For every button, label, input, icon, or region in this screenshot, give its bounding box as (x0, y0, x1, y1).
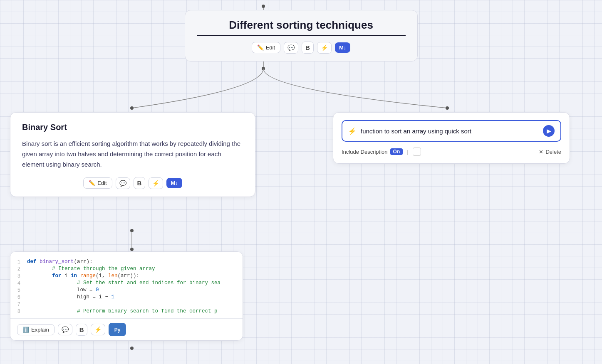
line-number: 2 (10, 266, 27, 272)
code-python-button[interactable]: Py (109, 323, 126, 336)
svg-point-4 (446, 106, 449, 110)
code-line-4: 4 # Set the start and end indices for bi… (10, 280, 243, 287)
pencil-icon: ✏️ (89, 180, 95, 186)
svg-point-3 (130, 106, 134, 110)
root-edit-button[interactable]: ✏️ Edit (252, 42, 280, 53)
bold-icon: B (305, 44, 310, 51)
svg-point-6 (130, 229, 134, 232)
comment-icon: 💬 (119, 180, 126, 187)
line-number: 4 (10, 280, 27, 286)
python-icon: Py (113, 325, 122, 334)
binary-sort-lightning-button[interactable]: ⚡ (149, 177, 163, 189)
send-icon: ▶ (547, 128, 551, 134)
line-number: 5 (10, 287, 27, 293)
code-line-6: 6 high = i − 1 (10, 294, 243, 301)
lightning-icon: ⚡ (94, 326, 102, 333)
binary-sort-comment-button[interactable]: 💬 (116, 177, 130, 189)
code-line-2: 2 # Iterate through the given array (10, 266, 243, 273)
code-comment-button[interactable]: 💬 (58, 324, 72, 335)
toggle-divider: | (407, 149, 408, 155)
binary-sort-title: Binary Sort (22, 123, 243, 132)
toggle-on-badge[interactable]: On (390, 148, 403, 155)
line-number: 7 (10, 301, 27, 307)
root-comment-button[interactable]: 💬 (284, 42, 298, 54)
explain-button[interactable]: ℹ️ Explain (17, 324, 55, 335)
code-line-8: 8 # Perform binary search to find the co… (10, 308, 243, 315)
lightning-icon: ⚡ (152, 180, 159, 187)
code-line-3: 3 for i in range(1, len(arr)): (10, 273, 243, 280)
root-lightning-button[interactable]: ⚡ (317, 42, 332, 54)
quick-sort-node: ⚡ ▶ Include Description On | ✕ Delete (333, 112, 570, 164)
code-toolbar: ℹ️ Explain 💬 B ⚡ Py (10, 318, 243, 340)
comment-icon: 💬 (62, 326, 69, 333)
code-block: 1 def binary_sort(arr): 2 # Iterate thro… (10, 252, 243, 318)
quick-sort-input-row: ⚡ ▶ (342, 120, 561, 142)
line-number: 6 (10, 294, 27, 300)
close-icon: ✕ (539, 149, 543, 155)
svg-text:Py: Py (114, 327, 121, 333)
root-bold-button[interactable]: B (302, 42, 314, 54)
line-number: 3 (10, 273, 27, 279)
root-toolbar: ✏️ Edit 💬 B ⚡ M↓ (197, 42, 406, 54)
root-node: Different sorting techniques ✏️ Edit 💬 B… (185, 10, 418, 61)
binary-sort-md-button[interactable]: M↓ (166, 178, 182, 188)
binary-sort-edit-button[interactable]: ✏️ Edit (83, 177, 112, 189)
quick-sort-footer: Include Description On | ✕ Delete (342, 148, 561, 156)
svg-point-1 (262, 5, 265, 8)
line-number: 8 (10, 308, 27, 315)
svg-point-7 (130, 248, 134, 251)
lightning-icon: ⚡ (348, 127, 357, 135)
delete-button[interactable]: ✕ Delete (539, 149, 561, 155)
code-line-1: 1 def binary_sort(arr): (10, 258, 243, 266)
binary-sort-bold-button[interactable]: B (134, 177, 146, 189)
include-description-label: Include Description (342, 149, 388, 155)
pencil-icon: ✏️ (257, 44, 264, 51)
svg-point-8 (130, 347, 134, 350)
code-bold-button[interactable]: B (76, 324, 88, 336)
root-md-button[interactable]: M↓ (335, 42, 350, 53)
code-line-5: 5 low = 0 (10, 287, 243, 294)
code-lightning-button[interactable]: ⚡ (91, 324, 105, 335)
code-line-7: 7 (10, 301, 243, 308)
toggle-checkbox[interactable] (413, 148, 421, 156)
comment-icon: 💬 (287, 44, 295, 51)
info-icon: ℹ️ (22, 327, 29, 333)
quick-sort-send-button[interactable]: ▶ (543, 125, 555, 137)
binary-sort-toolbar: ✏️ Edit 💬 B ⚡ M↓ (22, 177, 243, 189)
svg-point-2 (262, 67, 265, 70)
binary-sort-node: Binary Sort Binary sort is an efficient … (10, 112, 255, 197)
root-title: Different sorting techniques (197, 19, 406, 36)
line-number: 1 (10, 259, 27, 265)
code-node: 1 def binary_sort(arr): 2 # Iterate thro… (10, 251, 243, 341)
lightning-icon: ⚡ (321, 44, 328, 51)
quick-sort-input[interactable] (361, 128, 543, 135)
bold-icon: B (137, 180, 142, 187)
binary-sort-description: Binary sort is an efficient sorting algo… (22, 139, 243, 170)
bold-icon: B (79, 326, 84, 333)
include-description-control: Include Description On | (342, 148, 421, 156)
